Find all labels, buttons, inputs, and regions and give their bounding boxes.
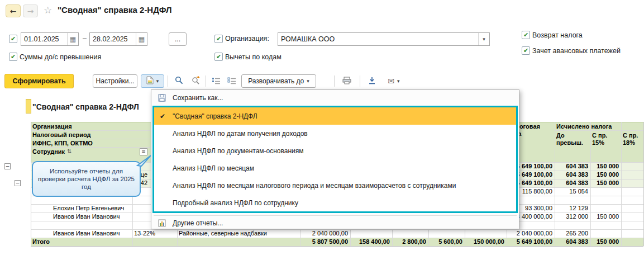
cell-before-excess: 604 383 (555, 171, 590, 179)
cell-rate-15: 150 000 (590, 179, 621, 187)
cell-before-excess: 604 383 (555, 179, 590, 187)
expand-groups-button[interactable] (225, 74, 239, 88)
header-rate-18: С пр. 18% (623, 132, 643, 147)
total-deduction-3: 5 600,00 (428, 238, 465, 246)
chevron-down-icon: ▾ (156, 78, 159, 84)
deduction-codes-label: Вычеты по кодам (225, 53, 282, 61)
expand-to-button[interactable]: Разворачивать до ▾ (241, 74, 316, 88)
chevron-down-icon[interactable]: ▾ (478, 33, 489, 45)
check-icon: ✔ (523, 47, 528, 54)
toolbar-separator (206, 75, 206, 87)
find-button[interactable] (171, 74, 187, 88)
menu-item-variant-current[interactable]: ✔ "Сводная" справка 2-НДФЛ (154, 107, 516, 125)
back-button[interactable]: ← (6, 4, 21, 17)
page-title: "Сводная" справка 2-НДФЛ (58, 5, 171, 15)
forward-icon: → (27, 7, 34, 16)
settings-label: Настройки... (96, 77, 135, 85)
organization-combobox[interactable]: РОМАШКА ООО ▾ (278, 32, 490, 46)
header-organization: Организация (32, 123, 72, 130)
period-checkbox[interactable]: ✔ (9, 35, 17, 43)
deduction-codes-checkbox[interactable]: ✔ (214, 53, 223, 61)
variant-label: "Сводная" справка 2-НДФЛ (173, 112, 257, 120)
generate-button[interactable]: Сформировать (4, 74, 74, 88)
menu-item-variant[interactable]: Анализ НДФЛ по документам-основаниям (154, 142, 516, 159)
report-title: "Сводная" справка 2-НДФЛ (32, 102, 139, 111)
cell-income: 2 040 000,00 (300, 229, 350, 238)
check-icon: ✔ (216, 53, 221, 60)
favorite-star-icon[interactable]: ☆ (44, 4, 52, 16)
generate-label: Сформировать (12, 77, 65, 85)
gridline-h (31, 246, 643, 247)
total-deduction-1: 158 400,00 (350, 238, 392, 246)
organization-checkbox[interactable]: ✔ (214, 35, 223, 43)
tree-collapse-box[interactable]: − (15, 180, 21, 186)
total-tax-base: 5 649 100,00 (507, 238, 555, 246)
check-icon: ✔ (216, 35, 221, 42)
calendar-icon[interactable]: ▦ (136, 33, 147, 45)
date-to-value: 28.02.2025 (90, 35, 136, 43)
download-icon (368, 77, 376, 86)
total-label: Итого (32, 238, 77, 246)
send-mail-button[interactable]: ✉ ▾ (382, 74, 406, 88)
variant-label: Анализ НДФЛ по документам-основаниям (173, 147, 304, 155)
variant-label: Подробный анализ НДФЛ по сотруднику (173, 199, 298, 207)
total-before-excess: 604 383 (555, 238, 590, 246)
other-reports-icon (158, 219, 166, 227)
excess-sums-checkbox[interactable]: ✔ (9, 53, 17, 61)
menu-item-variant[interactable]: Анализ НДФЛ по датам получения доходов (154, 125, 516, 142)
tax-refund-checkbox[interactable]: ✔ (522, 31, 530, 39)
save-file-button[interactable] (364, 74, 380, 88)
more-label: ... (175, 35, 180, 43)
menu-item-other-reports[interactable]: Другие отчеты... (151, 216, 519, 230)
selected-cell-marker (26, 99, 31, 114)
gridline-v (621, 122, 622, 162)
toolbar-separator (360, 75, 360, 87)
variant-label: Анализ НДФЛ по месяцам налогового период… (173, 182, 456, 190)
total-rate-15: 150 000 (590, 238, 621, 246)
hint-callout-text: Используйте отчеты для проверки расчета … (37, 167, 135, 191)
menu-item-variant[interactable]: Анализ НДФЛ по месяцам налогового период… (154, 177, 516, 194)
variant-highlight-frame: ✔ "Сводная" справка 2-НДФЛ Анализ НДФЛ п… (152, 106, 518, 213)
settings-button[interactable]: Настройки... (93, 74, 137, 88)
menu-item-variant[interactable]: Подробный анализ НДФЛ по сотруднику (154, 194, 516, 211)
header-tax-period: Налоговый период (32, 131, 91, 139)
date-to-field[interactable]: 28.02.2025 ▦ (89, 32, 147, 46)
print-button[interactable] (338, 74, 355, 88)
header-before-excess: До превыш. (556, 132, 589, 147)
hint-callout: Используйте отчеты для проверки расчета … (32, 161, 141, 197)
cell-before-excess: 312 000 (555, 212, 590, 221)
advance-offset-checkbox[interactable]: ✔ (522, 46, 530, 55)
forward-button[interactable]: → (23, 4, 38, 17)
tree-collapse-box[interactable]: − (4, 163, 11, 169)
printer-icon (342, 77, 351, 86)
report-variant-menu: Сохранить как... ✔ "Сводная" справка 2-Н… (151, 89, 519, 229)
cell-before-excess: 265 200 (555, 229, 590, 238)
collapse-groups-button[interactable] (209, 74, 223, 88)
date-from-value: 01.01.2025 (21, 35, 67, 43)
period-more-button[interactable]: ... (169, 32, 187, 46)
check-icon: ✔ (11, 35, 16, 42)
cell-income-type: Районные, северные надбавки (179, 229, 299, 238)
cell-before-excess: 12 129 (555, 204, 590, 212)
search-next-icon (192, 76, 200, 86)
header-calculated-tax: Исчислено налога (556, 123, 643, 130)
calendar-icon[interactable]: ▦ (67, 33, 78, 45)
find-next-button[interactable] (188, 74, 203, 88)
menu-item-variant[interactable]: Анализ НДФЛ по месяцам (154, 159, 516, 177)
cell-rate-15: 150 000 (590, 212, 621, 221)
total-deduction-4: 150 000,00 (465, 238, 507, 246)
report-variant-button[interactable]: ▾ (141, 74, 164, 88)
cell-employee-name: Иванов Иван Иванович (53, 229, 131, 238)
tax-refund-label: Возврат налога (532, 31, 583, 39)
date-from-field[interactable]: 01.01.2025 ▦ (21, 32, 79, 46)
sort-icon[interactable]: ⇅ (67, 148, 71, 154)
collapse-groups-icon (212, 77, 221, 86)
cell-employee-name: Елохин Петр Евгеньевич (53, 204, 131, 212)
expand-groups-icon (227, 77, 236, 86)
report-variant-icon (146, 76, 154, 86)
cell-before-excess: 15 054 (555, 187, 590, 196)
date-range-dash: – (83, 35, 87, 42)
menu-item-save-as[interactable]: Сохранить как... (151, 91, 519, 105)
envelope-icon: ✉ (388, 77, 394, 86)
excess-sums-label: Суммы до/с превышения (20, 53, 101, 61)
